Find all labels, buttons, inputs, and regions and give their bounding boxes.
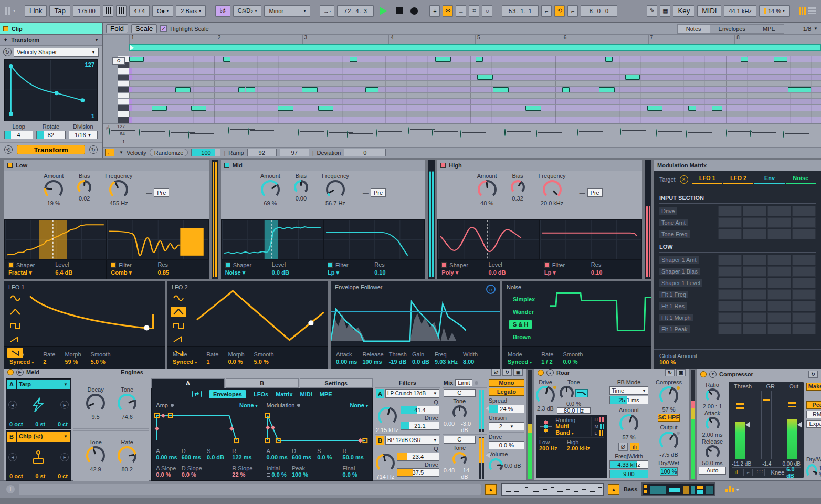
saw-up-wave-icon[interactable] [7, 334, 23, 344]
scale-name-menu[interactable]: Minor▾ [264, 5, 310, 17]
velocity-marker[interactable] [750, 130, 751, 136]
res-value[interactable]: 0.10 [591, 269, 638, 278]
param-value[interactable]: 122 ms [232, 454, 257, 460]
prev-engine-icon[interactable]: ◂ [8, 401, 17, 409]
arrangement-position-field[interactable]: 72. 4. 3 [337, 5, 374, 17]
velocity-marker[interactable] [726, 130, 727, 136]
param-value[interactable]: 0.0 dB [412, 359, 429, 365]
param-value[interactable]: 0.0 % [267, 471, 292, 478]
randomize-amount-field[interactable]: 100 [191, 149, 220, 156]
filter-on-icon[interactable] [111, 262, 116, 268]
ruler-bar-number[interactable]: 4 [388, 35, 475, 44]
grid-row[interactable] [129, 75, 821, 81]
volume-value[interactable]: 0.0 dB [504, 463, 521, 469]
piano-key[interactable] [118, 93, 129, 99]
amount-knob[interactable] [261, 180, 280, 199]
midi-note[interactable] [476, 57, 483, 62]
shaper-type-menu[interactable]: Fractal ▾ [8, 269, 55, 278]
high-crossover-value[interactable]: 2.00 kHz [567, 445, 590, 452]
deviation-field[interactable]: 0 [344, 149, 386, 156]
tone-value[interactable]: 0.48 [444, 467, 455, 480]
thresh-handle[interactable] [745, 422, 750, 428]
rate-knob[interactable] [118, 446, 136, 465]
mod-envelope-display[interactable] [262, 411, 372, 445]
session-record-icon[interactable]: ○ [482, 5, 492, 17]
velocity-shaper-graph[interactable]: 127 1 [4, 59, 98, 121]
grid-row[interactable] [129, 117, 821, 123]
loop-icon[interactable]: ⟲ [554, 5, 565, 17]
midi-note[interactable] [493, 87, 509, 92]
matrix-cell[interactable] [767, 301, 791, 311]
param-value[interactable]: 0.0 dB [207, 454, 232, 460]
fb-width-field[interactable]: 9.00 [609, 470, 648, 478]
hot-swap-icon[interactable]: ↻ [502, 369, 512, 376]
midi-note[interactable] [774, 57, 787, 62]
param-value[interactable]: 0.00 ms [156, 454, 181, 460]
midi-note[interactable] [302, 87, 318, 92]
lfo2-display[interactable] [167, 281, 328, 346]
filter-b-freq-knob[interactable] [376, 454, 395, 472]
velocity-marker[interactable] [504, 129, 506, 135]
matrix-cell[interactable] [767, 255, 791, 265]
subtab-envelopes[interactable]: Envelopes [209, 390, 246, 398]
matrix-cell[interactable] [743, 324, 766, 334]
param-value[interactable]: 22 % [232, 471, 257, 478]
param-value[interactable]: 600 ms [182, 454, 207, 460]
draw-mode-icon[interactable]: ✎ [647, 5, 657, 17]
ct-field[interactable]: 0 ct [58, 421, 68, 427]
mod-route-menu[interactable]: None▾ [350, 402, 368, 408]
cpu-meter[interactable]: 14 %▾ [759, 5, 790, 17]
ruler-bar-number[interactable]: 3 [302, 35, 389, 44]
grid-row[interactable] [129, 111, 821, 118]
clip-tab[interactable]: Clip [0, 23, 102, 35]
piano-key[interactable] [118, 111, 129, 118]
matrix-cell[interactable] [767, 217, 791, 228]
shaper-on-icon[interactable] [225, 262, 230, 268]
piano-key[interactable] [118, 117, 129, 123]
tab-a[interactable]: A [151, 378, 224, 388]
collapsed-view-icon[interactable]: ıl [732, 469, 741, 476]
param-value[interactable]: 8.00 [463, 359, 478, 365]
level-value[interactable]: 6.4 dB [55, 269, 102, 278]
amount-value[interactable]: 19 % [47, 200, 60, 206]
scale-button[interactable]: Scale [131, 24, 157, 33]
ramp-start-field[interactable]: 92 [247, 149, 277, 156]
param-value[interactable]: Synced▾ [9, 359, 34, 365]
thresh-value[interactable]: -11.2 dB [732, 461, 751, 467]
matrix-cell[interactable] [792, 312, 816, 323]
phase-invert-icon[interactable]: Ø [618, 443, 628, 451]
grid-interval-menu[interactable]: 1/8▼ [803, 26, 818, 32]
shaper-on-icon[interactable] [441, 262, 447, 268]
filter-a-freq-knob[interactable] [378, 407, 397, 426]
band-header[interactable]: Mid [221, 160, 426, 171]
oct-field[interactable]: 0 oct [9, 473, 23, 479]
matrix-cell[interactable] [767, 312, 791, 323]
matrix-cell[interactable] [718, 324, 742, 334]
matrix-cell[interactable] [792, 217, 816, 228]
fold-icon[interactable]: ▶ [16, 369, 24, 376]
matrix-cell[interactable] [792, 266, 816, 277]
filter-a-type-menu[interactable]: LP Crunch 12dB▼ [385, 389, 439, 398]
follow-icon[interactable]: →· [320, 5, 334, 17]
ruler-bar-number[interactable]: 6 [562, 35, 648, 44]
output-meter-icon[interactable]: ▾ [725, 486, 739, 492]
dry-wet-field[interactable]: 100 % [660, 467, 677, 476]
attack-knob[interactable] [706, 417, 720, 431]
ruler-bar-number[interactable]: 2 [216, 35, 302, 44]
velocity-marker[interactable] [347, 131, 348, 138]
record-button[interactable] [410, 7, 418, 15]
dry-wet-knob[interactable] [806, 464, 817, 478]
pan-b-field[interactable]: C [444, 436, 476, 444]
midi-note[interactable] [688, 106, 696, 111]
frequency-knob[interactable] [109, 180, 128, 199]
midi-note[interactable] [435, 57, 451, 62]
info-icon[interactable]: i [6, 485, 15, 494]
triangle-wave-icon[interactable] [7, 307, 23, 317]
global-amount-value[interactable]: 100 % [659, 359, 676, 365]
velocity-marker[interactable] [408, 128, 409, 134]
saw-down-wave-icon[interactable] [171, 348, 186, 358]
velocity-marker[interactable] [620, 129, 621, 135]
matrix-cell[interactable] [718, 289, 742, 300]
bias-value[interactable]: 0.02 [79, 195, 90, 202]
tab-notes[interactable]: Notes [677, 24, 710, 34]
